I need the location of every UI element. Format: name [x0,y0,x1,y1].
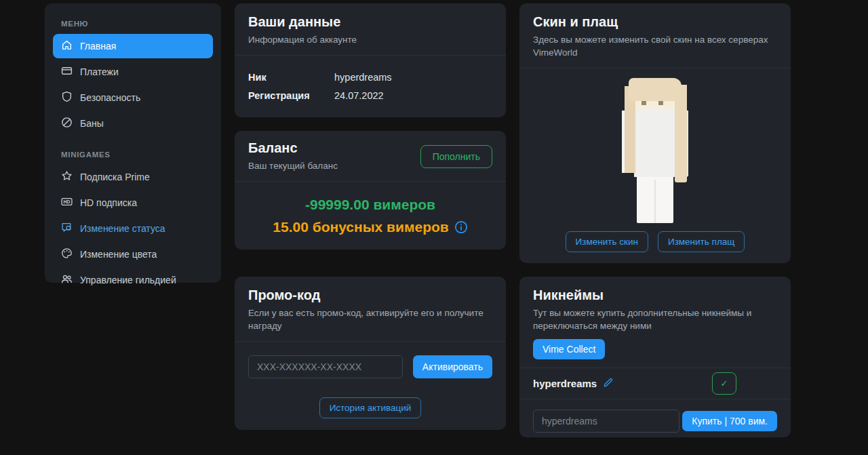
vime-collect-button[interactable]: Vime Collect [533,339,605,359]
balance-card: Баланс Ваш текущий баланс Пополнить -999… [235,131,506,250]
skin-card-subtitle: Здесь вы можете изменить свой скин на вс… [533,33,777,59]
change-skin-button[interactable]: Изменить скин [566,231,648,252]
sidebar-item-bans[interactable]: Баны [53,111,213,136]
sidebar-item-home[interactable]: Главная [53,34,213,58]
status-bubble-icon [61,222,73,235]
sidebar-item-label: Безопасность [80,92,140,103]
middle-column: Ваши данные Информация об аккаунте Ник h… [235,3,506,430]
skin-cape-card: Скин и плащ Здесь вы можете изменить сво… [519,3,791,263]
promo-code-input[interactable] [248,355,403,378]
sidebar-item-guild[interactable]: Управление гильдией [53,268,213,292]
star-icon [61,170,73,184]
skin-card-title: Скин и плащ [533,14,777,30]
promo-card-subtitle: Если у вас есть промо-код, активируйте е… [248,306,492,332]
sidebar-item-status[interactable]: Изменение статуса [53,216,213,241]
sidebar-item-label: Баны [80,118,104,129]
check-icon: ✓ [721,378,728,389]
activate-button[interactable]: Активировать [413,355,492,378]
balance-card-subtitle: Ваш текущий баланс [248,159,338,172]
row-label: Ник [248,72,334,83]
sidebar-item-hd[interactable]: HD HD подписка [53,191,213,215]
hd-icon: HD [61,196,73,210]
new-nickname-input[interactable] [533,410,679,433]
nicknames-card-title: Никнеймы [533,288,777,303]
sidebar-item-prime[interactable]: Подписка Prime [53,165,213,189]
account-row-registration: Регистрация 24.07.2022 [248,90,492,101]
activation-history-button[interactable]: История активаций [319,397,422,418]
account-info-card: Ваши данные Информация об аккаунте Ник h… [235,3,506,117]
sidebar-item-payments[interactable]: Платежи [53,60,213,84]
sidebar-item-label: Изменение цвета [80,249,157,260]
balance-card-title: Баланс [248,140,338,156]
nickname-row: hyperdreams ✓ [519,368,791,399]
right-column: Скин и плащ Здесь вы можете изменить сво… [519,3,791,437]
balance-amount: -99999.00 вимеров [305,197,435,213]
account-row-nickname: Ник hyperdreams [248,72,492,83]
change-cape-button[interactable]: Изменить плащ [658,231,745,252]
buy-nickname-button[interactable]: Купить | 700 вим. [682,411,777,431]
sidebar: МЕНЮ Главная Платежи Безопасность Баны [45,3,221,283]
palette-icon [61,248,73,261]
topup-button[interactable]: Пополнить [420,145,492,168]
bonus-amount-line: 15.00 бонусных вимеров [273,219,467,235]
account-card-subtitle: Информация об аккаунте [248,33,492,46]
promo-code-card: Промо-код Если у вас есть промо-код, акт… [235,277,506,430]
shield-icon [61,91,73,104]
credit-card-icon [61,65,73,79]
ban-icon [61,117,73,130]
nickname-selected-check-button[interactable]: ✓ [712,372,736,395]
sidebar-item-label: HD подписка [80,197,137,208]
edit-pencil-icon[interactable] [603,377,614,391]
sidebar-item-security[interactable]: Безопасность [53,85,213,110]
sidebar-section-minigames: MINIGAMES [53,145,213,165]
nicknames-card: Никнеймы Тут вы можете купить дополнител… [519,277,791,437]
sidebar-item-label: Управление гильдией [80,275,176,285]
info-icon[interactable] [454,220,468,234]
minecraft-skin-preview [604,78,706,223]
home-icon [61,39,73,53]
sidebar-item-label: Платежи [80,66,119,77]
account-card-title: Ваши данные [248,14,492,30]
row-value: hyperdreams [334,72,392,83]
sidebar-item-color[interactable]: Изменение цвета [53,242,213,266]
sidebar-section-menu: МЕНЮ [53,14,213,34]
current-nickname: hyperdreams [533,378,597,389]
svg-text:HD: HD [64,199,71,204]
guild-icon [61,273,73,287]
row-label: Регистрация [248,90,334,101]
sidebar-item-label: Главная [80,41,116,52]
nicknames-card-subtitle: Тут вы можете купить дополнительные никн… [533,306,777,332]
bonus-amount: 15.00 бонусных вимеров [273,219,448,235]
row-value: 24.07.2022 [334,90,384,101]
account-dashboard: МЕНЮ Главная Платежи Безопасность Баны [0,0,868,437]
sidebar-item-label: Подписка Prime [80,172,150,182]
sidebar-item-label: Изменение статуса [80,223,165,234]
promo-card-title: Промо-код [248,288,492,303]
